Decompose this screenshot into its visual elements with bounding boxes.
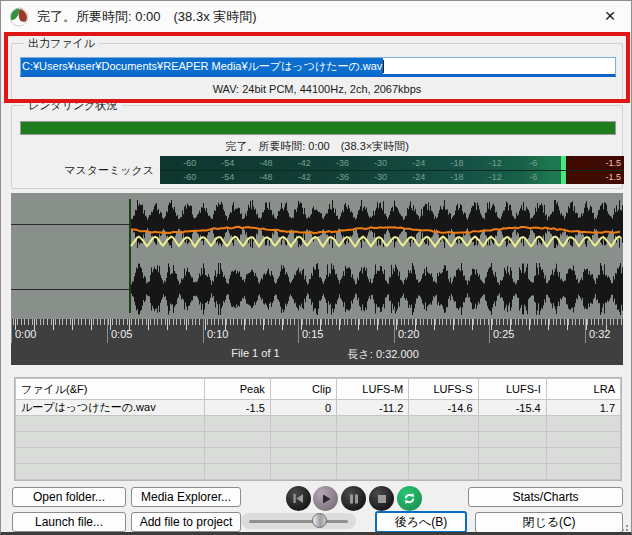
loop-button[interactable] [397,486,422,511]
level-meter-left: -60-54-48-42-36-30-24-18-12-6-1.5 [160,156,624,170]
table-header-cell[interactable]: LRA [546,379,620,400]
meter-scale-label: -6 [529,172,537,182]
add-file-button[interactable]: Add file to project [131,512,241,532]
stop-button[interactable] [369,486,394,511]
meter-scale-label: -48 [260,158,273,168]
empty-cell [337,480,409,482]
meter-scale-label: -12 [489,158,502,168]
empty-cell [270,416,336,432]
stat-value-cell: 1.7 [546,400,620,416]
ruler-major-tick [298,319,299,343]
meter-scale-label: -30 [374,158,387,168]
table-empty-row [16,480,621,482]
table-header-cell[interactable]: ファイル(&F) [16,379,205,400]
file-info-row: File 1 of 1 長さ: 0:32.000 [11,343,623,365]
table-header-cell[interactable]: Peak [204,379,270,400]
empty-cell [204,432,270,448]
render-status-group-label: レンダリング状況 [24,98,122,113]
empty-cell [478,448,546,464]
empty-cell [546,448,620,464]
empty-cell [409,480,478,482]
media-explorer-button[interactable]: Media Explorer... [131,487,241,507]
close-button[interactable]: 閉じる(C) [475,512,623,533]
meter-scale-label: -42 [298,158,311,168]
table-row[interactable]: ループはっつけたーの.wav-1.50-11.2-14.6-15.41.7 [16,400,621,416]
stat-value-cell: -11.2 [337,400,409,416]
file-counter: File 1 of 1 [231,347,279,359]
volume-slider[interactable] [241,513,356,529]
meter-scale-label: -18 [450,172,463,182]
format-line: WAV: 24bit PCM, 44100Hz, 2ch, 2067kbps [12,83,622,95]
empty-cell [204,416,270,432]
ruler-time-label: 0:25 [493,328,514,340]
stat-value-cell: -15.4 [478,400,546,416]
back-button[interactable]: 後ろへ(B) [375,511,467,533]
table-header-cell[interactable]: LUFS-I [478,379,546,400]
empty-cell [337,448,409,464]
empty-cell [270,448,336,464]
empty-cell [478,416,546,432]
empty-cell [204,480,270,482]
timeline-ruler[interactable]: 0:000:050:100:150:200:250:32 [11,319,623,343]
resize-grip[interactable] [618,521,628,531]
stat-value-cell: -14.6 [409,400,478,416]
meter-scale-label: -30 [374,172,387,182]
table-empty-row [16,448,621,464]
file-name-cell: ループはっつけたーの.wav [16,400,205,416]
table-empty-row [16,432,621,448]
ruler-time-label: 0:32 [589,328,610,340]
empty-cell [16,480,205,482]
empty-cell [478,432,546,448]
meter-scale-label: -42 [298,172,311,182]
table-header-cell[interactable]: LUFS-M [337,379,409,400]
play-button[interactable] [313,486,338,511]
empty-cell [16,448,205,464]
ruler-major-tick [11,319,12,343]
stat-value-cell: 0 [270,400,336,416]
ruler-major-tick [203,319,204,343]
meter-scale-label: -60 [183,172,196,182]
stats-charts-button[interactable]: Stats/Charts [468,487,623,507]
launch-file-button[interactable]: Launch file... [12,512,126,532]
slider-track [249,520,348,523]
table-header-row[interactable]: ファイル(&F)PeakClipLUFS-MLUFS-SLUFS-ILRA [16,379,621,400]
open-folder-button[interactable]: Open folder... [12,487,126,507]
table-empty-row [16,416,621,432]
ruler-major-tick [585,319,586,343]
ruler-major-tick [489,319,490,343]
meter-peak-value: -1.5 [605,158,621,168]
ruler-major-tick [107,319,108,343]
ruler-time-label: 0:15 [302,328,323,340]
empty-cell [270,464,336,480]
master-mix-label: マスターミックス [12,163,160,178]
previous-button[interactable] [286,486,311,511]
empty-cell [478,480,546,482]
pause-button[interactable] [341,486,366,511]
empty-cell [546,432,620,448]
meter-scale-label: -18 [450,158,463,168]
title-bar: 完了。所要時間: 0:00 (38.3x 実時間) × [1,1,631,32]
meter-scale-label: -24 [412,158,425,168]
table-empty-row [16,464,621,480]
output-file-group: 出力ファイル C:¥Users¥user¥Documents¥REAPER Me… [11,43,623,101]
meter-scale-label: -12 [489,172,502,182]
stats-table[interactable]: ファイル(&F)PeakClipLUFS-MLUFS-SLUFS-ILRA ルー… [14,377,622,481]
output-path-field[interactable]: C:¥Users¥user¥Documents¥REAPER Media¥ループ… [20,57,616,77]
previous-icon [292,492,305,505]
ruler-time-label: 0:10 [207,328,228,340]
meter-scale-label: -54 [221,158,234,168]
empty-cell [409,448,478,464]
pause-icon [348,493,360,505]
empty-cell [270,432,336,448]
output-path-selected-text: C:¥Users¥user¥Documents¥REAPER Media¥ループ… [21,58,383,75]
meter-peak-value: -1.5 [605,172,621,182]
waveform-panel[interactable] [11,193,623,319]
meter-scale-label: -54 [221,172,234,182]
empty-cell [546,416,620,432]
level-meter: -60-54-48-42-36-30-24-18-12-6-1.5 -60-54… [160,156,624,184]
empty-cell [204,464,270,480]
slider-handle[interactable] [312,513,327,528]
table-header-cell[interactable]: Clip [270,379,336,400]
close-icon[interactable]: × [595,3,625,29]
table-header-cell[interactable]: LUFS-S [409,379,478,400]
